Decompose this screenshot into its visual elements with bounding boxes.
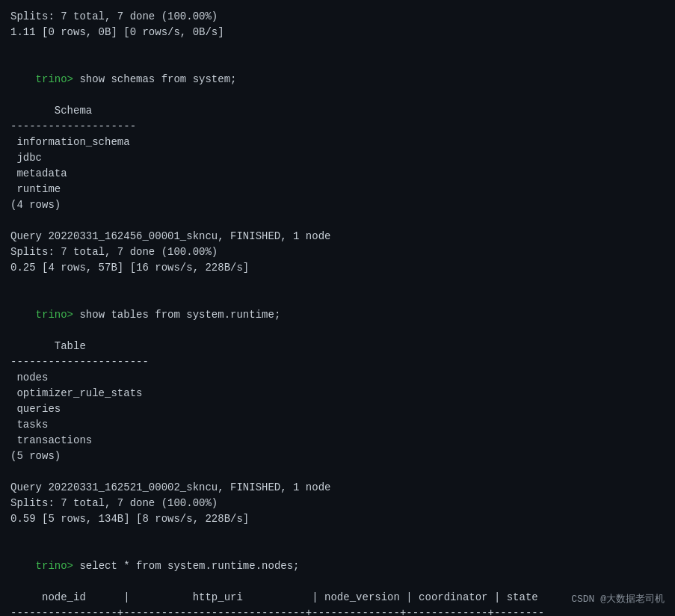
- command-text: show tables from system.runtime;: [73, 309, 280, 321]
- prompt-text: trino>: [36, 560, 73, 572]
- output-line: 0.59 [5 rows, 134B] [8 rows/s, 228B/s]: [10, 511, 665, 527]
- output-line: 1.11 [0 rows, 0B] [0 rows/s, 0B/s]: [10, 25, 665, 40]
- output-line: nodes: [10, 370, 665, 386]
- output-line: metadata: [10, 166, 665, 182]
- output-line: Splits: 7 total, 7 done (100.00%): [10, 244, 665, 260]
- output-line: [10, 213, 665, 229]
- output-line: jdbc: [10, 150, 665, 166]
- output-line: [10, 464, 665, 480]
- watermark: CSDN @大数据老司机: [571, 592, 665, 606]
- output-line: [10, 527, 665, 543]
- output-line: Splits: 7 total, 7 done (100.00%): [10, 9, 665, 25]
- prompt-text: trino>: [36, 73, 73, 85]
- output-line: transactions: [10, 433, 665, 449]
- terminal: Splits: 7 total, 7 done (100.00%) 1.11 […: [0, 0, 675, 616]
- output-line: queries: [10, 401, 665, 417]
- output-line: (4 rows): [10, 197, 665, 213]
- output-line: ----------------------: [10, 354, 665, 370]
- output-line: runtime: [10, 182, 665, 197]
- output-line: Table: [10, 339, 665, 354]
- table-header-line: node_id | http_uri | node_version | coor…: [10, 590, 665, 606]
- output-line: 0.25 [4 rows, 57B] [16 rows/s, 228B/s]: [10, 260, 665, 276]
- table-separator-line: -----------------+----------------------…: [10, 606, 665, 616]
- prompt-text: trino>: [36, 309, 73, 321]
- output-line: tasks: [10, 417, 665, 433]
- output-line: optimizer_rule_stats: [10, 386, 665, 401]
- output-line: (5 rows): [10, 449, 665, 464]
- output-line: --------------------: [10, 119, 665, 135]
- command-line: trino> show tables from system.runtime;: [10, 292, 665, 339]
- output-line: Query 20220331_162521_00002_skncu, FINIS…: [10, 480, 665, 496]
- output-line: Query 20220331_162456_00001_skncu, FINIS…: [10, 229, 665, 244]
- command-line: trino> show schemas from system;: [10, 56, 665, 103]
- command-line: trino> select * from system.runtime.node…: [10, 543, 665, 590]
- output-line: Splits: 7 total, 7 done (100.00%): [10, 496, 665, 511]
- output-line: Schema: [10, 103, 665, 119]
- output-line: information_schema: [10, 135, 665, 150]
- command-text: show schemas from system;: [73, 73, 236, 85]
- output-line: [10, 276, 665, 292]
- command-text: select * from system.runtime.nodes;: [73, 560, 299, 572]
- output-line: [10, 40, 665, 56]
